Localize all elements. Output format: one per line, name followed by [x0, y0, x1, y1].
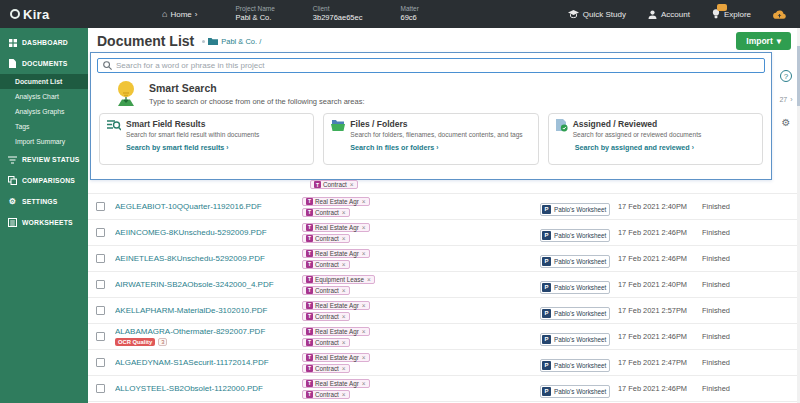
tag-remove-icon[interactable]: ×	[342, 261, 346, 268]
sidebar-subitem-import-summary[interactable]: Import Summary	[0, 134, 88, 149]
tag-icon: T	[306, 235, 313, 242]
link-arrow-icon: ›	[692, 144, 694, 151]
kira-logo-icon	[10, 9, 20, 19]
worksheet-badge[interactable]: P Pablo's Worksheet	[540, 255, 610, 268]
worksheet-badge[interactable]: P Pablo's Worksheet	[540, 333, 610, 346]
document-link[interactable]: AEGLEABIOT-10QQuarter-1192016.PDF	[115, 202, 302, 211]
search-by-smart-fields-link[interactable]: Search by smart field results ›	[126, 143, 306, 152]
tag-pill[interactable]: T Contract ×	[302, 260, 350, 269]
tag-remove-icon[interactable]: ×	[342, 313, 346, 320]
search-area-files-folders[interactable]: Files / Folders Search for folders, file…	[323, 113, 538, 165]
search-in-files-link[interactable]: Search in files or folders ›	[350, 143, 530, 152]
tag-pill[interactable]: T Real Estate Agr ×	[302, 249, 370, 258]
worksheet-badge[interactable]: P Pablo's Worksheet	[540, 281, 610, 294]
page-next-icon[interactable]: ›	[790, 96, 792, 103]
search-bar[interactable]	[97, 58, 765, 73]
sidebar-item-review-status[interactable]: REVIEW STATUS	[0, 149, 88, 170]
search-input[interactable]	[116, 61, 759, 70]
sidebar-subitem-analysis-graphs[interactable]: Analysis Graphs	[0, 104, 88, 119]
worksheet-badge[interactable]: P Pablo's Worksheet	[540, 359, 610, 372]
search-by-assigned-link[interactable]: Search by assigned and reviewed ›	[575, 143, 755, 152]
tag-pill[interactable]: T Contract ×	[302, 208, 350, 217]
tag-remove-icon[interactable]: ×	[362, 224, 366, 231]
document-link[interactable]: AEIINCOMEG-8KUnschedu-5292009.PDF	[115, 228, 302, 237]
sidebar-item-documents[interactable]: DOCUMENTS	[0, 53, 88, 74]
row-tags: T Real Estate Agr × T Contract ×	[302, 249, 540, 269]
pagination[interactable]: 27 ›	[779, 96, 792, 103]
document-link[interactable]: AIRWATERIN-SB2AObsole-3242000_4.PDF	[115, 280, 302, 289]
tag-pill[interactable]: T Equipment Lease ×	[302, 275, 375, 284]
tag-remove-icon[interactable]: ×	[362, 302, 366, 309]
document-link[interactable]: ALLOYSTEEL-SB2Obsolet-1122000.PDF	[115, 384, 302, 393]
tag-remove-icon[interactable]: ×	[362, 198, 366, 205]
row-checkbox[interactable]	[96, 332, 105, 341]
tag-pill[interactable]: T Contract ×	[302, 234, 350, 243]
sidebar-subitem-tags[interactable]: Tags	[0, 119, 88, 134]
tag-pill[interactable]: T Contract ×	[302, 286, 350, 295]
tag-icon: T	[314, 181, 321, 188]
tag-remove-icon[interactable]: ×	[362, 328, 366, 335]
row-checkbox[interactable]	[96, 280, 105, 289]
sidebar-item-dashboard[interactable]: DASHBOARD	[0, 32, 88, 53]
tag-remove-icon[interactable]: ×	[342, 209, 346, 216]
tag-remove-icon[interactable]: ×	[342, 287, 346, 294]
tag-pill[interactable]: T Contract ×	[302, 390, 350, 399]
sidebar-subitem-document-list[interactable]: Document List	[0, 74, 88, 89]
row-checkbox[interactable]	[96, 228, 105, 237]
table-settings-gear-icon[interactable]: ⚙	[782, 117, 791, 128]
documents-icon	[8, 59, 17, 68]
search-area-assigned-reviewed[interactable]: Assigned / Reviewed Search for assigned …	[548, 113, 763, 165]
project-label: Project Name	[235, 5, 274, 13]
tag-remove-icon[interactable]: ×	[350, 181, 354, 188]
sidebar-item-worksheets[interactable]: WORKSHEETS	[0, 212, 88, 233]
tag-remove-icon[interactable]: ×	[342, 365, 346, 372]
tag-remove-icon[interactable]: ×	[362, 380, 366, 387]
sidebar-item-settings[interactable]: ⚙ SETTINGS	[0, 191, 88, 212]
tag-pill[interactable]: T Real Estate Agr ×	[302, 353, 370, 362]
worksheet-badge[interactable]: P Pablo's Worksheet	[540, 307, 610, 320]
tag-remove-icon[interactable]: ×	[342, 339, 346, 346]
tag-pill[interactable]: T Contract ×	[310, 180, 358, 189]
row-checkbox[interactable]	[96, 254, 105, 263]
sidebar-item-comparisons[interactable]: COMPARISONS	[0, 170, 88, 191]
account-button[interactable]: Account	[648, 10, 690, 19]
tag-remove-icon[interactable]: ×	[342, 391, 346, 398]
tag-pill[interactable]: T Real Estate Agr ×	[302, 301, 370, 310]
tag-remove-icon[interactable]: ×	[342, 235, 346, 242]
worksheet-badge[interactable]: P Pablo's Worksheet	[540, 229, 610, 242]
explore-button[interactable]: Explore	[712, 9, 751, 19]
row-checkbox[interactable]	[96, 358, 105, 367]
tag-remove-icon[interactable]: ×	[367, 276, 371, 283]
tag-pill[interactable]: T Real Estate Agr ×	[302, 223, 370, 232]
row-checkbox[interactable]	[96, 306, 105, 315]
sidebar-item-label: DASHBOARD	[22, 39, 68, 46]
worksheet-badge[interactable]: P Pablo's Worksheet	[540, 385, 610, 398]
breadcrumb[interactable]: Pabl & Co. /	[202, 37, 261, 46]
tag-pill[interactable]: T Real Estate Agr ×	[302, 327, 370, 336]
home-breadcrumb[interactable]: ⌂ Home ›	[162, 9, 197, 19]
kira-logo[interactable]: Kira	[0, 7, 100, 22]
tag-remove-icon[interactable]: ×	[362, 250, 366, 257]
document-link[interactable]: AEINETLEAS-8KUnschedu-5292009.PDF	[115, 254, 302, 263]
row-checkbox[interactable]	[96, 384, 105, 393]
document-link[interactable]: ALGAEDYNAM-S1ASecurit-11172014.PDF	[115, 358, 302, 367]
document-link[interactable]: ALABAMAGRA-Othermater-8292007.PDF	[115, 327, 302, 336]
quick-study-button[interactable]: Quick Study	[568, 10, 626, 19]
topbar-actions: Quick Study Account Explore	[568, 9, 800, 19]
settings-gear-icon: ⚙	[8, 197, 17, 206]
search-area-smart-fields[interactable]: Smart Field Results Search for smart fie…	[99, 113, 314, 165]
help-button[interactable]: ?	[780, 70, 792, 82]
row-checkbox[interactable]	[96, 202, 105, 211]
sidebar-item-label: SETTINGS	[22, 198, 58, 205]
import-button[interactable]: Import ▾	[736, 32, 791, 50]
worksheet-badge[interactable]: P Pablo's Worksheet	[540, 203, 610, 216]
tag-pill[interactable]: T Contract ×	[302, 312, 350, 321]
tag-pill[interactable]: T Contract ×	[302, 364, 350, 373]
tag-pill[interactable]: T Real Estate Agr ×	[302, 379, 370, 388]
tag-pill[interactable]: T Real Estate Agr ×	[302, 197, 370, 206]
document-link[interactable]: AKELLAPHARM-MaterialDe-3102010.PDF	[115, 306, 302, 315]
tag-remove-icon[interactable]: ×	[362, 354, 366, 361]
tag-pill[interactable]: T Contract ×	[302, 338, 350, 347]
sidebar-subitem-analysis-chart[interactable]: Analysis Chart	[0, 89, 88, 104]
sync-cloud-button[interactable]	[773, 10, 786, 19]
